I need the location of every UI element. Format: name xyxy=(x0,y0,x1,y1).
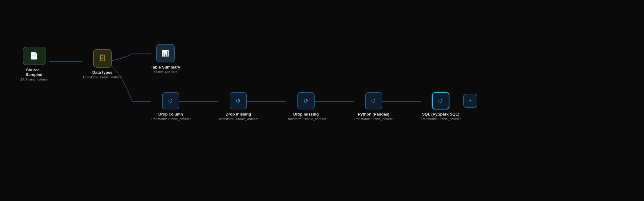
sqlpyspark-icon: ↺ xyxy=(438,97,443,104)
pythonpandas-node[interactable]: ↺ Python (Pandas) Transform: Titanic_dat… xyxy=(354,92,394,121)
pythonpandas-sublabel: Transform: Titanic_dataset xyxy=(354,117,394,121)
add-icon: + xyxy=(469,98,472,104)
sqlpyspark-box[interactable]: ↺ xyxy=(432,92,449,109)
dropcolumn-node[interactable]: ↺ Drop column Transform: Titanic_dataset xyxy=(151,92,191,121)
dropmissing2-icon: ↺ xyxy=(303,97,308,104)
dropmissing2-node[interactable]: ↺ Drop missing Transform: Titanic_datase… xyxy=(286,92,326,121)
dropmissing1-sublabel: Transform: Titanic_dataset xyxy=(218,117,258,121)
tablesummary-label: Table Summary xyxy=(151,65,180,69)
add-node-box[interactable]: + xyxy=(463,94,477,108)
tablesummary-box[interactable]: 📊 xyxy=(156,44,175,62)
source-label: Source - Sampled xyxy=(26,68,42,77)
dropmissing1-box[interactable]: ↺ xyxy=(230,92,247,109)
tablesummary-node[interactable]: 📊 Table Summary Titanic-Analysis xyxy=(151,44,180,74)
dropmissing1-node[interactable]: ↺ Drop missing Transform: Titanic_datase… xyxy=(218,92,258,121)
dropmissing2-sublabel: Transform: Titanic_dataset xyxy=(286,117,326,121)
dropmissing2-box[interactable]: ↺ xyxy=(297,92,315,109)
source-icon: 📄 xyxy=(30,52,38,60)
dropmissing1-label: Drop missing xyxy=(225,112,251,116)
pythonpandas-label: Python (Pandas) xyxy=(358,112,390,116)
dropcolumn-box[interactable]: ↺ xyxy=(162,92,179,109)
dropcolumn-icon: ↺ xyxy=(168,97,173,104)
dropmissing2-label: Drop missing xyxy=(293,112,319,116)
source-node[interactable]: 📄 Source - Sampled S3: Titanic_dataset xyxy=(20,47,49,81)
datatypes-icon: 🗄 xyxy=(99,54,106,62)
source-sublabel: S3: Titanic_dataset xyxy=(20,77,49,81)
dropmissing1-icon: ↺ xyxy=(236,97,241,104)
datatypes-box[interactable]: 🗄 xyxy=(93,49,112,68)
pythonpandas-box[interactable]: ↺ xyxy=(365,92,382,109)
datatypes-node[interactable]: 🗄 Data types Transform: Titanic_dataset xyxy=(82,49,122,79)
tablesummary-sublabel: Titanic-Analysis xyxy=(154,70,177,74)
dropcolumn-label: Drop column xyxy=(158,112,183,116)
pythonpandas-icon: ↺ xyxy=(371,97,376,104)
sqlpyspark-label: SQL (PySpark SQL) xyxy=(422,112,459,116)
tablesummary-icon: 📊 xyxy=(161,49,169,57)
sqlpyspark-sublabel: Transform: Titanic_dataset xyxy=(421,117,461,121)
datatypes-sublabel: Transform: Titanic_dataset xyxy=(82,75,122,79)
datatypes-label: Data types xyxy=(92,70,113,75)
source-box[interactable]: 📄 xyxy=(23,47,46,65)
sqlpyspark-group: ↺ SQL (PySpark SQL) Transform: Titanic_d… xyxy=(421,92,477,121)
dropcolumn-sublabel: Transform: Titanic_dataset xyxy=(151,117,191,121)
